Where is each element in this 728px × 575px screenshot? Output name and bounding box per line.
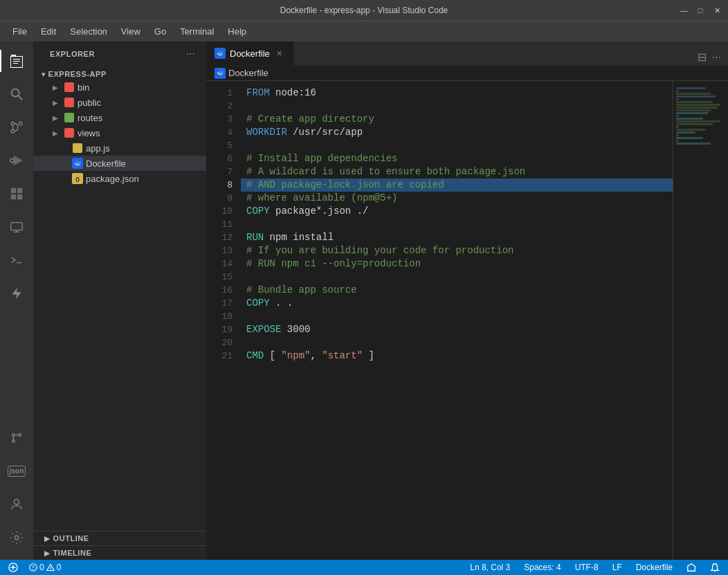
line-ending-indicator[interactable]: LF (610, 560, 625, 575)
svg-marker-24 (12, 288, 21, 300)
code-editor[interactable]: 1 2 3 4 5 6 7 8 9 10 11 12 13 14 15 16 1… (206, 81, 728, 560)
menu-edit[interactable]: Edit (35, 24, 62, 39)
timeline-header[interactable]: ▶ TIMELINE (33, 546, 206, 560)
activity-remote[interactable] (0, 210, 33, 244)
spaces-indicator[interactable]: Spaces: 4 (521, 560, 563, 575)
activity-lightning[interactable] (0, 277, 33, 310)
folder-public[interactable]: ▶ public (33, 95, 206, 110)
ln-10: 10 (206, 205, 233, 218)
close-button[interactable]: ✕ (711, 5, 722, 16)
activity-settings[interactable] (0, 521, 33, 554)
svg-rect-4 (10, 67, 23, 68)
tab-dockerfile[interactable]: 🐳 Dockerfile × (206, 42, 294, 65)
folder-views[interactable]: ▶ views (33, 125, 206, 140)
code-line-21: CMD [ "npm", "start" ] (241, 349, 673, 363)
notifications-button[interactable] (707, 560, 722, 575)
activity-git[interactable] (0, 421, 33, 455)
minimize-button[interactable]: — (678, 5, 689, 16)
svg-rect-19 (17, 194, 22, 199)
svg-rect-16 (11, 188, 16, 193)
ln-16: 16 (206, 284, 233, 297)
main-content: json EXPLORER ··· ▾ EXPRESS-APP ▶ (0, 42, 728, 560)
tab-close-button[interactable]: × (274, 48, 285, 59)
code-line-6: # Install app dependencies (241, 152, 673, 165)
code-line-8: # AND package-lock.json are copied (241, 179, 673, 192)
svg-rect-17 (17, 188, 22, 193)
cursor-position[interactable]: Ln 8, Col 3 (467, 560, 513, 575)
ln-9: 9 (206, 192, 233, 205)
code-line-12: RUN npm install (241, 231, 673, 244)
remote-status[interactable] (6, 560, 21, 575)
menu-terminal[interactable]: Terminal (174, 24, 219, 39)
project-root[interactable]: ▾ EXPRESS-APP (33, 69, 206, 80)
ln-21: 21 (206, 349, 233, 363)
code-line-14: # RUN npm ci --only=production (241, 257, 673, 271)
svg-point-29 (14, 500, 19, 504)
code-content[interactable]: FROM node:16 # Create app directory WORK… (241, 81, 673, 560)
code-line-2 (241, 100, 673, 113)
ln-20: 20 (206, 336, 233, 349)
outline-header[interactable]: ▶ OUTLINE (33, 531, 206, 545)
code-line-1: FROM node:16 (241, 86, 673, 100)
code-line-18 (241, 310, 673, 323)
minimap (673, 81, 728, 560)
activity-bar: json (0, 42, 33, 560)
maximize-button[interactable]: □ (695, 5, 706, 16)
svg-point-26 (19, 434, 21, 437)
code-line-19: EXPOSE 3000 (241, 323, 673, 336)
sidebar-more-button[interactable]: ··· (186, 48, 195, 60)
errors-status[interactable]: 0 0 (26, 560, 64, 575)
activity-json[interactable]: json (0, 455, 33, 488)
folder-bin[interactable]: ▶ bin (33, 80, 206, 95)
menu-selection[interactable]: Selection (64, 24, 112, 39)
svg-point-11 (11, 122, 15, 125)
breadcrumb: 🐳 Dockerfile (206, 66, 728, 81)
sidebar: EXPLORER ··· ▾ EXPRESS-APP ▶ bin ▶ publi… (33, 42, 206, 560)
code-line-20 (241, 336, 673, 349)
svg-rect-18 (11, 194, 16, 199)
menu-go[interactable]: Go (149, 24, 172, 39)
svg-point-30 (15, 536, 19, 540)
activity-source-control[interactable] (0, 111, 33, 144)
menu-bar: File Edit Selection View Go Terminal Hel… (0, 21, 728, 42)
activity-account[interactable] (0, 488, 33, 521)
code-line-4: WORKDIR /usr/src/app (241, 126, 673, 139)
menu-help[interactable]: Help (222, 24, 252, 39)
file-package-json[interactable]: {} package.json (33, 171, 206, 186)
split-editor-button[interactable]: ⊟ (696, 49, 708, 65)
activity-extensions[interactable] (0, 177, 33, 210)
ln-6: 6 (206, 152, 233, 165)
file-dockerfile[interactable]: 🐳 Dockerfile (33, 156, 206, 171)
svg-point-35 (50, 569, 51, 570)
code-line-9: # where available (npm@5+) (241, 192, 673, 205)
menu-file[interactable]: File (7, 24, 33, 39)
ln-8: 8 (206, 179, 233, 192)
encoding-indicator[interactable]: UTF-8 (572, 560, 601, 575)
svg-point-8 (12, 89, 19, 97)
json-file-icon: {} (72, 173, 83, 184)
menu-view[interactable]: View (116, 24, 146, 39)
more-actions-button[interactable]: ··· (711, 50, 722, 65)
svg-rect-6 (13, 61, 20, 62)
folder-routes[interactable]: ▶ routes (33, 110, 206, 125)
code-line-10: COPY package*.json ./ (241, 205, 673, 218)
svg-rect-3 (22, 57, 23, 68)
code-line-11 (241, 218, 673, 231)
svg-rect-20 (11, 223, 23, 230)
sidebar-title: EXPLORER (50, 50, 95, 58)
status-bar: 0 0 Ln 8, Col 3 Spaces: 4 UTF-8 LF Docke… (0, 560, 728, 575)
timeline-section: ▶ TIMELINE (33, 545, 206, 560)
activity-debug[interactable] (0, 144, 33, 177)
language-indicator[interactable]: Dockerfile (633, 560, 675, 575)
window-controls: — □ ✕ (678, 5, 722, 16)
activity-search[interactable] (0, 77, 33, 111)
remote-connect-button[interactable] (684, 560, 699, 575)
ln-1: 1 (206, 86, 233, 100)
ln-11: 11 (206, 218, 233, 231)
code-line-7: # A wildcard is used to ensure both pack… (241, 165, 673, 179)
line-numbers: 1 2 3 4 5 6 7 8 9 10 11 12 13 14 15 16 1… (206, 81, 241, 560)
code-line-13: # If you are building your code for prod… (241, 244, 673, 257)
activity-explorer[interactable] (0, 44, 33, 77)
file-app-js[interactable]: app.js (33, 140, 206, 156)
activity-terminal[interactable] (0, 244, 33, 277)
